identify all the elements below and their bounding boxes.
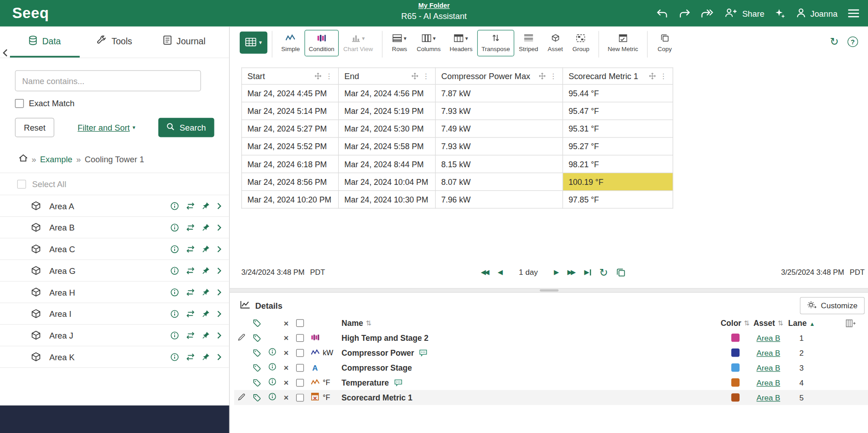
details-row[interactable]: × °F Scorecard Metric 1 [234, 390, 868, 405]
pan-right-fast-icon[interactable]: ▶▶ [567, 269, 574, 276]
edit-pencil-icon[interactable] [238, 333, 245, 342]
filter-and-sort-link[interactable]: Filter and Sort ▾ [78, 123, 136, 132]
sidebar-collapse-button[interactable] [2, 49, 8, 59]
asset-link[interactable]: Area B [757, 378, 780, 387]
rows-button[interactable]: ▾ Rows [387, 30, 412, 56]
hamburger-menu-icon[interactable] [848, 9, 859, 18]
pin-icon[interactable] [202, 331, 210, 339]
lane-column-header[interactable]: Lane [788, 319, 807, 328]
tag-icon[interactable] [249, 379, 266, 386]
user-menu[interactable]: Joanna [796, 8, 838, 19]
reset-button[interactable]: Reset [15, 118, 54, 137]
go-to-now-icon[interactable]: ▶ [584, 269, 591, 276]
drag-column-icon[interactable] [539, 72, 546, 80]
exact-match-checkbox[interactable] [15, 99, 24, 108]
pin-icon[interactable] [202, 310, 210, 317]
info-icon[interactable] [171, 202, 179, 210]
info-icon[interactable] [269, 363, 276, 372]
duration-select[interactable]: 1 day [519, 268, 538, 277]
column-menu-icon[interactable]: ⋮ [550, 72, 557, 80]
item-checkbox[interactable] [296, 364, 304, 372]
column-menu-icon[interactable]: ⋮ [326, 72, 333, 80]
details-row[interactable]: × A Compressor Stage [234, 360, 868, 375]
chevron-right-icon[interactable] [217, 353, 222, 360]
asset-list-item[interactable]: Area I [0, 303, 229, 325]
condition-table-button[interactable]: Condition [304, 30, 339, 56]
column-menu-icon[interactable]: ⋮ [422, 72, 430, 80]
color-swatch[interactable] [731, 334, 739, 342]
range-end[interactable]: 3/25/2024 3:48 PMPDT [781, 268, 865, 276]
breadcrumb-example-link[interactable]: Example [40, 154, 72, 164]
range-start[interactable]: 3/24/2024 3:48 PMPDT [242, 268, 325, 276]
asset-link[interactable]: Area B [757, 363, 780, 372]
chevron-right-icon[interactable] [217, 267, 222, 274]
swap-icon[interactable] [186, 353, 195, 361]
chevron-right-icon[interactable] [217, 245, 222, 253]
swap-icon[interactable] [186, 223, 195, 231]
info-icon[interactable] [171, 245, 179, 253]
pin-icon[interactable] [202, 245, 210, 253]
copy-time-range-icon[interactable] [617, 268, 626, 276]
table-row[interactable]: Mar 24, 2024 8:56 PM Mar 24, 2024 10:04 … [242, 173, 673, 190]
column-header[interactable]: Start ⋮ [242, 68, 338, 85]
customize-button[interactable]: Customize [800, 297, 864, 314]
sort-icon[interactable]: ⇅ [778, 319, 783, 327]
info-icon[interactable] [171, 288, 179, 296]
info-icon[interactable] [171, 223, 179, 231]
drag-column-icon[interactable] [649, 72, 656, 80]
tag-icon[interactable] [249, 334, 266, 342]
remove-item-icon[interactable]: × [280, 363, 293, 372]
transpose-button[interactable]: Transpose [477, 30, 515, 56]
splitter-grip[interactable] [540, 289, 559, 292]
swap-icon[interactable] [186, 202, 195, 210]
select-all-checkbox[interactable] [17, 179, 26, 188]
asset-column-header[interactable]: Asset [754, 319, 775, 328]
comment-icon[interactable] [394, 379, 402, 386]
edit-pencil-icon[interactable] [238, 393, 245, 402]
asset-link[interactable]: Area B [757, 348, 780, 357]
group-button[interactable]: Group [568, 30, 594, 56]
chevron-right-icon[interactable] [217, 332, 222, 339]
redo-icon[interactable] [678, 9, 690, 18]
pin-icon[interactable] [202, 353, 210, 361]
columns-button[interactable]: ▾ Columns [412, 30, 445, 56]
tag-icon[interactable] [249, 319, 266, 327]
redo-all-icon[interactable] [701, 9, 713, 18]
info-icon[interactable] [269, 348, 276, 358]
table-type-button[interactable]: ▾ [240, 32, 267, 54]
home-icon[interactable] [19, 154, 28, 164]
sort-icon[interactable]: ⇅ [366, 319, 371, 327]
asset-button[interactable]: Asset [543, 30, 568, 56]
info-icon[interactable] [171, 310, 179, 318]
item-checkbox[interactable] [296, 349, 304, 357]
new-metric-button[interactable]: New Metric [603, 30, 643, 56]
drag-column-icon[interactable] [411, 72, 418, 80]
tab-tools[interactable]: Tools [80, 27, 149, 58]
column-header[interactable]: Scorecard Metric 1 ⋮ [563, 68, 673, 85]
refresh-icon[interactable]: ↻ [830, 37, 839, 47]
swap-icon[interactable] [186, 331, 195, 339]
drag-column-icon[interactable] [314, 72, 322, 80]
pin-icon[interactable] [202, 288, 210, 296]
table-row[interactable]: Mar 24, 2024 6:18 PM Mar 24, 2024 8:44 P… [242, 155, 673, 173]
details-row[interactable]: × °F Temperature [234, 375, 868, 390]
pan-left-icon[interactable]: ◀ [498, 269, 503, 276]
info-icon[interactable] [269, 393, 276, 402]
color-swatch[interactable] [731, 378, 739, 386]
pin-icon[interactable] [202, 223, 210, 231]
asset-list-item[interactable]: Area B [0, 217, 229, 239]
table-row[interactable]: Mar 24, 2024 5:27 PM Mar 24, 2024 5:30 P… [242, 120, 673, 137]
tag-icon[interactable] [249, 394, 266, 401]
info-icon[interactable] [171, 353, 179, 361]
pin-icon[interactable] [202, 267, 210, 274]
asset-list-item[interactable]: Area C [0, 238, 229, 260]
chevron-right-icon[interactable] [217, 288, 222, 296]
striped-button[interactable]: Striped [514, 30, 542, 56]
sort-icon[interactable]: ⇅ [744, 319, 749, 327]
copy-button[interactable]: Copy [652, 30, 677, 56]
search-button[interactable]: Search [159, 118, 214, 137]
swap-icon[interactable] [186, 266, 195, 274]
tag-icon[interactable] [249, 364, 266, 372]
undo-icon[interactable] [656, 9, 668, 18]
remove-item-icon[interactable]: × [280, 333, 293, 343]
